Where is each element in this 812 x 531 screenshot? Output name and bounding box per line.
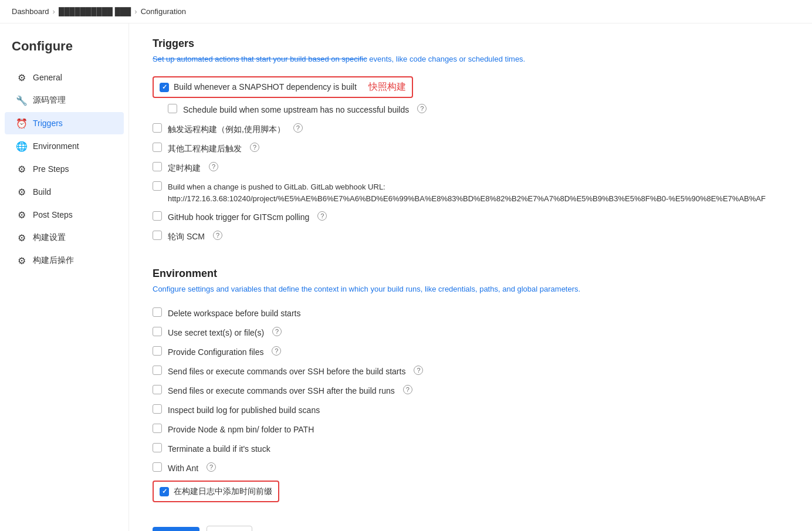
env-checkbox-config_files[interactable] (153, 346, 162, 356)
help-icon-other_trigger[interactable]: ? (250, 143, 259, 152)
sidebar-label-poststeps: Post Steps (33, 210, 73, 219)
triggers-desc: Set up automated actions that start your… (153, 55, 789, 63)
triggers-checkbox-other_trigger[interactable] (153, 143, 162, 152)
sidebar-icon-environment: 🌐 (16, 141, 27, 151)
sidebar-item-general[interactable]: ⚙General (5, 66, 124, 89)
env-checkbox-inspect_log[interactable] (153, 404, 162, 414)
env-row-timestamp: 在构建日志中添加时间前缀 (153, 481, 279, 502)
help-icon-remote_trigger[interactable]: ? (293, 123, 303, 133)
triggers-label-poll_scm: 轮询 SCM (168, 231, 205, 243)
breadcrumb-sep2: › (134, 7, 137, 16)
help-icon-with_ant[interactable]: ? (207, 462, 216, 472)
triggers-checkbox-schedule_no_success[interactable] (168, 104, 177, 113)
triggers-row-gitlab_push: Build when a change is pushed to GitLab.… (153, 178, 789, 208)
help-icon-poll_scm[interactable]: ? (213, 231, 222, 240)
help-icon-timed_build[interactable]: ? (209, 162, 218, 171)
env-label-timestamp: 在构建日志中添加时间前缀 (174, 485, 272, 498)
env-label-ssh_after: Send files or execute commands over SSH … (168, 385, 395, 397)
triggers-label-timed_build: 定时构建 (168, 162, 201, 174)
sidebar-item-environment[interactable]: 🌐Environment (5, 135, 124, 157)
env-checkbox-delete_workspace[interactable] (153, 307, 162, 317)
help-icon-github_hook[interactable]: ? (317, 211, 327, 221)
help-icon-secret_text[interactable]: ? (272, 327, 282, 336)
sidebar-icon-buildsettings: ⚙ (16, 232, 27, 243)
env-checkbox-ssh_after[interactable] (153, 385, 162, 394)
breadcrumb-dashboard[interactable]: Dashboard (12, 7, 49, 16)
sidebar: Configure ⚙General🔧源码管理⏰Triggers🌐Environ… (0, 23, 129, 531)
env-row-secret_text: Use secret text(s) or file(s)? (153, 323, 789, 343)
sidebar-icon-general: ⚙ (16, 72, 27, 83)
environment-desc: Configure settings and variables that de… (153, 285, 789, 293)
environment-items: Delete workspace before build startsUse … (153, 304, 789, 505)
breadcrumb-current: Configuration (141, 7, 186, 16)
triggers-checkbox-gitlab_push[interactable] (153, 181, 162, 191)
triggers-label-schedule_no_success: Schedule build when some upstream has no… (183, 104, 409, 116)
env-checkbox-timestamp[interactable] (160, 487, 169, 496)
triggers-row-snapshot: Build whenever a SNAPSHOT dependency is … (153, 76, 413, 98)
env-label-delete_workspace: Delete workspace before build starts (168, 307, 300, 320)
env-row-with_ant: With Ant? (153, 459, 789, 478)
env-label-secret_text: Use secret text(s) or file(s) (168, 327, 264, 339)
triggers-items: Build whenever a SNAPSHOT dependency is … (153, 74, 789, 246)
env-row-terminate_stuck: Terminate a build if it's stuck (153, 439, 789, 459)
triggers-label-gitlab_push: Build when a change is pushed to GitLab.… (168, 181, 766, 204)
sidebar-icon-poststeps: ⚙ (16, 209, 27, 220)
triggers-row-github_hook: GitHub hook trigger for GITScm polling? (153, 208, 789, 227)
env-label-config_files: Provide Configuration files (168, 346, 263, 358)
triggers-label-remote_trigger: 触发远程构建（例如,使用脚本） (168, 123, 285, 136)
env-checkbox-terminate_stuck[interactable] (153, 443, 162, 452)
triggers-label-github_hook: GitHub hook trigger for GITScm polling (168, 211, 309, 224)
sidebar-label-build: Build (33, 187, 51, 197)
environment-section: Environment Configure settings and varia… (153, 268, 789, 505)
sidebar-item-poststeps[interactable]: ⚙Post Steps (5, 204, 124, 226)
env-checkbox-node_npm[interactable] (153, 424, 162, 433)
help-icon-schedule_no_success[interactable]: ? (417, 104, 427, 113)
env-row-delete_workspace: Delete workspace before build starts (153, 304, 789, 323)
save-button[interactable]: Save (153, 527, 199, 531)
triggers-checkbox-remote_trigger[interactable] (153, 123, 162, 133)
triggers-row-schedule_no_success: Schedule build when some upstream has no… (168, 100, 789, 120)
env-checkbox-ssh_before[interactable] (153, 366, 162, 375)
sidebar-label-source: 源码管理 (33, 95, 66, 106)
triggers-label-snapshot: Build whenever a SNAPSHOT dependency is … (174, 81, 357, 93)
triggers-section: Triggers Set up automated actions that s… (153, 38, 789, 246)
help-icon-ssh_before[interactable]: ? (414, 366, 423, 375)
breadcrumb: Dashboard › ██████████ ███ › Configurati… (0, 0, 812, 23)
sidebar-icon-source: 🔧 (16, 95, 27, 106)
env-checkbox-secret_text[interactable] (153, 327, 162, 336)
sidebar-item-triggers[interactable]: ⏰Triggers (5, 112, 124, 134)
sidebar-nav: ⚙General🔧源码管理⏰Triggers🌐Environment⚙Pre S… (0, 66, 128, 272)
apply-button[interactable]: 应用 (207, 526, 252, 531)
triggers-label-other_trigger: 其他工程构建后触发 (168, 143, 242, 155)
sidebar-item-presteps[interactable]: ⚙Pre Steps (5, 158, 124, 180)
triggers-row-timed_build: 定时构建? (153, 158, 789, 178)
sidebar-item-postbuild[interactable]: ⚙构建后操作 (5, 249, 124, 272)
help-icon-config_files[interactable]: ? (272, 346, 281, 356)
button-row: Save 应用 (153, 526, 789, 531)
sidebar-item-build[interactable]: ⚙Build (5, 181, 124, 203)
sidebar-label-triggers: Triggers (33, 119, 63, 128)
triggers-checkbox-github_hook[interactable] (153, 211, 162, 221)
triggers-checkbox-poll_scm[interactable] (153, 231, 162, 240)
sidebar-item-source[interactable]: 🔧源码管理 (5, 89, 124, 111)
sidebar-icon-presteps: ⚙ (16, 164, 27, 174)
sidebar-label-environment: Environment (33, 141, 79, 151)
triggers-checkbox-timed_build[interactable] (153, 162, 162, 171)
env-row-inspect_log: Inspect build log for published build sc… (153, 401, 789, 420)
main-content: Triggers Set up automated actions that s… (129, 23, 812, 531)
sidebar-item-buildsettings[interactable]: ⚙构建设置 (5, 226, 124, 249)
env-row-ssh_before: Send files or execute commands over SSH … (153, 362, 789, 381)
breadcrumb-project[interactable]: ██████████ ███ (59, 7, 131, 16)
breadcrumb-sep1: › (53, 7, 55, 16)
env-row-config_files: Provide Configuration files? (153, 343, 789, 362)
sidebar-icon-build: ⚙ (16, 187, 27, 197)
env-checkbox-with_ant[interactable] (153, 462, 162, 472)
annotation-snapshot: 快照构建 (368, 81, 406, 93)
sidebar-label-buildsettings: 构建设置 (33, 232, 66, 243)
triggers-row-poll_scm: 轮询 SCM? (153, 227, 789, 246)
triggers-checkbox-snapshot[interactable] (160, 83, 169, 92)
env-label-terminate_stuck: Terminate a build if it's stuck (168, 443, 270, 455)
env-label-node_npm: Provide Node & npm bin/ folder to PATH (168, 424, 314, 436)
help-icon-ssh_after[interactable]: ? (403, 385, 412, 394)
sidebar-icon-triggers: ⏰ (16, 118, 27, 128)
